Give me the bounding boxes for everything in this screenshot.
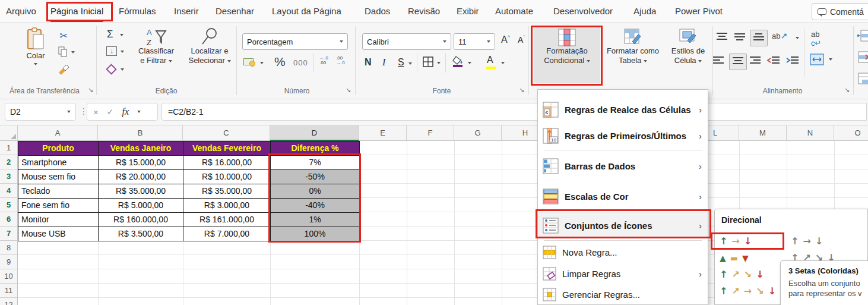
cell-a3[interactable]: Mouse sem fio bbox=[18, 170, 99, 184]
merge-dropdown-chevron[interactable] bbox=[829, 58, 832, 61]
wrap-text-icon[interactable]: abc↵ bbox=[811, 30, 821, 48]
select-all-corner[interactable] bbox=[0, 125, 18, 141]
format-as-table-button[interactable]: Formatar como Tabela bbox=[603, 26, 663, 65]
tab-desenhar[interactable]: Desenhar bbox=[216, 0, 254, 23]
cell-c4[interactable]: R$ 35.000,00 bbox=[183, 184, 271, 199]
header-cell-produto[interactable]: Produto bbox=[18, 142, 99, 156]
cell-a2[interactable]: Smartphone bbox=[18, 156, 99, 170]
tab-layout-da-pagina[interactable]: Layout da Página bbox=[272, 0, 341, 23]
fill-dropdown-chevron[interactable] bbox=[121, 51, 124, 53]
col-header-g[interactable]: G bbox=[454, 125, 502, 141]
cell-c2[interactable]: R$ 16.000,00 bbox=[183, 156, 271, 170]
tab-power-pivot[interactable]: Power Pivot bbox=[675, 0, 723, 23]
fill-down-icon[interactable]: ↓ bbox=[106, 46, 117, 56]
find-select-button[interactable]: Localizar e Selecionar bbox=[184, 27, 235, 65]
align-top-icon[interactable] bbox=[716, 32, 728, 44]
sort-filter-button[interactable]: AZ Classificar e Filtrar bbox=[129, 27, 183, 65]
cell-c5[interactable]: R$ 3.000,00 bbox=[183, 199, 271, 213]
cell-d2-active[interactable]: 7% bbox=[271, 156, 360, 170]
tab-pagina-inicial[interactable]: Página Inicial bbox=[50, 0, 103, 23]
iconset-4-arrows-colored[interactable]: ↑ ↗ ↘ ↓ bbox=[720, 268, 764, 281]
align-center-icon[interactable] bbox=[729, 54, 747, 70]
fx-dropdown-chevron[interactable] bbox=[137, 111, 141, 113]
cell-d7-selected[interactable]: 100% bbox=[271, 227, 360, 241]
align-bottom-icon[interactable] bbox=[750, 30, 768, 46]
copy-dropdown-chevron[interactable] bbox=[71, 51, 75, 54]
orientation-icon[interactable]: ab↗ bbox=[772, 31, 787, 40]
tab-inserir[interactable]: Inserir bbox=[174, 0, 199, 23]
row-header-11[interactable]: 11 bbox=[0, 284, 18, 298]
iconset-3-arrows-colored[interactable]: ↑ → ↓ bbox=[720, 235, 752, 248]
autosum-icon[interactable]: Σ bbox=[107, 29, 113, 40]
cell-a6[interactable]: Monitor bbox=[18, 213, 99, 227]
cell-a4[interactable]: Teclado bbox=[18, 184, 99, 199]
iconset-5-arrows-colored[interactable]: ↑ ↗ → ↘ ↓ bbox=[720, 285, 776, 298]
row-header-9[interactable]: 9 bbox=[0, 255, 18, 269]
row-header-4[interactable]: 4 bbox=[0, 184, 18, 198]
menu-item-regras-realce[interactable]: ≤ Regras de Realce das Células › bbox=[538, 96, 708, 122]
formula-input[interactable]: =C2/B2-1 bbox=[161, 103, 867, 121]
tab-automate[interactable]: Automate bbox=[495, 0, 533, 23]
fill-color-icon[interactable] bbox=[452, 55, 464, 70]
insert-function-icon[interactable]: fx bbox=[122, 106, 129, 117]
merge-center-icon[interactable] bbox=[810, 54, 824, 68]
cell-c6[interactable]: R$ 161.000,00 bbox=[183, 213, 271, 227]
format-cells-icon[interactable] bbox=[857, 73, 868, 87]
number-dialog-launcher[interactable]: ↘ bbox=[346, 86, 351, 94]
name-box[interactable]: D2 bbox=[5, 103, 76, 121]
row-header-5[interactable]: 5 bbox=[0, 198, 18, 212]
cell-d3-selected[interactable]: -50% bbox=[271, 170, 360, 184]
fill-color-dropdown-chevron[interactable] bbox=[468, 62, 471, 64]
row-header-10[interactable]: 10 bbox=[0, 269, 18, 284]
tab-dados[interactable]: Dados bbox=[365, 0, 390, 23]
increase-indent-icon[interactable] bbox=[786, 56, 799, 68]
cancel-icon[interactable]: × bbox=[93, 107, 99, 117]
font-size-combobox[interactable]: 11 bbox=[454, 33, 495, 50]
comments-button[interactable]: Comentá bbox=[812, 3, 868, 20]
cell-styles-button[interactable]: Estilos de Célula bbox=[664, 26, 712, 65]
row-header-8[interactable]: 8 bbox=[0, 241, 18, 255]
italic-button[interactable]: I bbox=[382, 57, 385, 68]
row-header-6[interactable]: 6 bbox=[0, 212, 18, 227]
orientation-dropdown-chevron[interactable] bbox=[796, 37, 799, 39]
cell-a7[interactable]: Mouse USB bbox=[18, 227, 99, 241]
menu-item-barras-de-dados[interactable]: Barras de Dados › bbox=[538, 153, 708, 179]
tab-ajuda[interactable]: Ajuda bbox=[633, 0, 656, 23]
menu-item-conjuntos-de-icones[interactable]: Conjuntos de Ícones › bbox=[538, 212, 708, 238]
cell-d4-selected[interactable]: 0% bbox=[271, 184, 360, 199]
col-header-b[interactable]: B bbox=[98, 125, 183, 141]
cell-b7[interactable]: R$ 3.500,00 bbox=[99, 227, 183, 241]
col-header-c[interactable]: C bbox=[183, 125, 270, 141]
number-format-combobox[interactable]: Porcentagem bbox=[242, 33, 348, 50]
cell-a5[interactable]: Fone sem fio bbox=[18, 199, 99, 213]
cell-b2[interactable]: R$ 15.000,00 bbox=[99, 156, 183, 170]
font-color-dropdown-chevron[interactable] bbox=[501, 62, 505, 64]
accounting-dropdown-chevron[interactable] bbox=[260, 62, 264, 64]
col-header-f[interactable]: F bbox=[407, 125, 454, 141]
row-header-3[interactable]: 3 bbox=[0, 169, 18, 184]
iconset-3-triangles[interactable]: ▲ ▬ ▼ bbox=[720, 251, 749, 265]
header-cell-vendas-fevereiro[interactable]: Vendas Fevereiro bbox=[183, 142, 271, 156]
cell-b4[interactable]: R$ 35.000,00 bbox=[99, 184, 183, 199]
font-dialog-launcher[interactable]: ↘ bbox=[519, 86, 524, 94]
tab-revisao[interactable]: Revisão bbox=[408, 0, 440, 23]
paste-button[interactable]: Colar bbox=[20, 27, 51, 65]
bold-button[interactable]: N bbox=[365, 57, 372, 68]
menu-item-regras-primeiros-ultimos[interactable]: 10 Regras de Primeiros/Últimos › bbox=[538, 122, 708, 149]
row-header-2[interactable]: 2 bbox=[0, 155, 18, 169]
align-right-icon[interactable] bbox=[749, 56, 761, 68]
col-header-o[interactable]: O bbox=[834, 125, 868, 141]
menu-item-escalas-de-cor[interactable]: Escalas de Cor › bbox=[538, 183, 708, 209]
align-left-icon[interactable] bbox=[712, 56, 724, 68]
cut-icon[interactable]: ✂ bbox=[59, 30, 68, 42]
col-header-a[interactable]: A bbox=[18, 125, 98, 141]
copy-icon[interactable] bbox=[58, 46, 68, 59]
tab-exibir[interactable]: Exibir bbox=[457, 0, 479, 23]
autosum-dropdown-chevron[interactable] bbox=[120, 34, 123, 36]
accounting-format-icon[interactable] bbox=[243, 57, 256, 70]
col-header-e[interactable]: E bbox=[359, 125, 407, 141]
font-color-icon[interactable]: A bbox=[487, 55, 493, 65]
cell-d5-selected[interactable]: -40% bbox=[271, 199, 360, 213]
alignment-dialog-launcher[interactable]: ↘ bbox=[844, 86, 850, 94]
format-painter-icon[interactable] bbox=[57, 63, 70, 77]
